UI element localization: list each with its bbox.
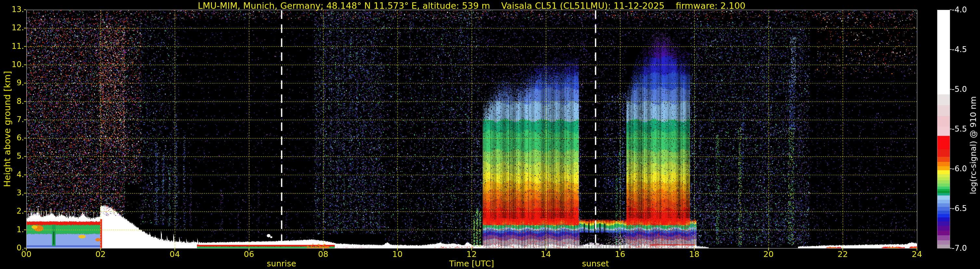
heatmap-canvas [0,0,980,269]
x-tick-label: 06 [239,250,259,259]
colorbar-tick-label: -5.0 [952,85,978,94]
x-tick-label: 08 [313,250,333,259]
x-tick-label: 04 [165,250,185,259]
sunset-label: sunset [547,259,644,268]
y-tick-label: 7. [0,115,24,124]
y-tick-label: 11. [0,42,24,51]
x-tick-label: 20 [759,250,778,259]
x-axis-label: Time [UTC] [407,259,537,268]
y-tick-label: 2. [0,207,24,216]
y-tick-label: 12. [0,23,24,32]
colorbar-label: log(rc-signal) @ 910 nm [969,96,978,194]
plot-title: LMU-MIM, Munich, Germany; 48.148° N 11.5… [55,1,888,11]
y-tick-label: 0. [0,243,24,252]
colorbar-tick-label: -7.0 [952,243,978,253]
colorbar-tick-label: -6.0 [952,164,978,173]
x-tick-label: 16 [611,250,630,259]
y-tick-label: 10. [0,60,24,69]
y-tick-label: 5. [0,151,24,160]
y-tick-label: 3. [0,188,24,197]
colorbar-tick-label: -5.5 [952,125,978,133]
y-tick-label: 1. [0,225,24,234]
ceilometer-quicklook: LMU-MIM, Munich, Germany; 48.148° N 11.5… [0,0,980,269]
y-tick-label: 4. [0,170,24,179]
x-tick-label: 12 [462,250,481,259]
y-tick-label: 13. [0,5,24,14]
x-tick-label: 24 [907,250,927,259]
y-tick-label: 8. [0,97,24,106]
y-tick-label: 6. [0,133,24,143]
colorbar-tick-label: -4.5 [952,45,978,54]
y-axis-label: Height above ground [km] [2,71,12,187]
colorbar-tick-label: -4.0 [952,5,978,14]
x-tick-label: 22 [833,250,853,259]
x-tick-label: 10 [388,250,407,259]
colorbar-tick-label: -6.5 [952,204,978,213]
sunrise-label: sunrise [233,259,330,268]
y-tick-label: 9. [0,78,24,87]
x-tick-label: 02 [91,250,110,259]
x-tick-label: 18 [684,250,704,259]
x-tick-label: 14 [536,250,555,259]
